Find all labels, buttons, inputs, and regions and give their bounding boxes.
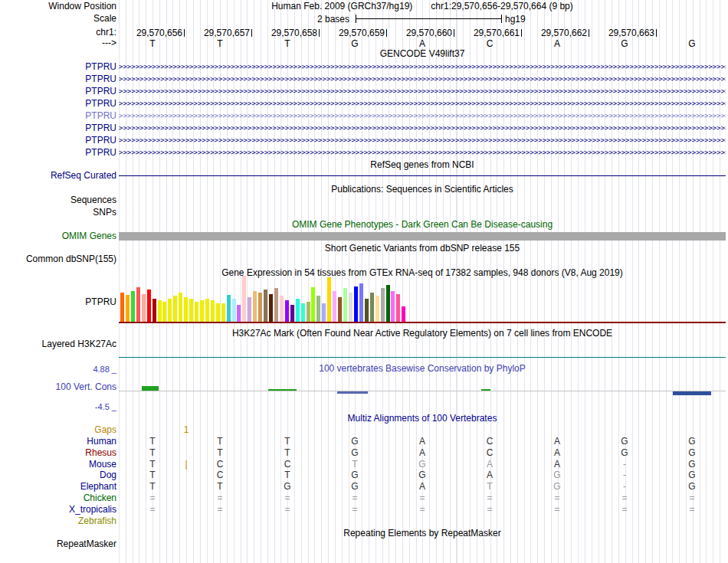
alignment-base: T bbox=[254, 437, 321, 447]
gene-label-ptpru[interactable]: PTPRU bbox=[85, 99, 116, 109]
alignment-base: T bbox=[456, 482, 523, 492]
gtex-tissue-bar bbox=[258, 293, 262, 322]
gene-model-row[interactable]: >>>>>>>>>>>>>>>>>>>>>>>>>>>>>>>>>>>>>>>>… bbox=[119, 111, 726, 120]
refseq-curated-label[interactable]: RefSeq Curated bbox=[51, 171, 116, 181]
gtex-tissue-bar bbox=[158, 300, 162, 322]
alignment-base: = bbox=[119, 505, 186, 515]
ruler-tick bbox=[386, 29, 387, 37]
omim-gene-bar[interactable] bbox=[119, 232, 726, 241]
gtex-tissue-bar bbox=[381, 288, 385, 322]
gtex-tissue-bar bbox=[322, 303, 326, 322]
gtex-tissue-bar bbox=[173, 296, 177, 322]
species-label-elephant[interactable]: Elephant bbox=[80, 482, 116, 492]
omim-genes-label[interactable]: OMIM Genes bbox=[62, 231, 116, 241]
gene-label-ptpru[interactable]: PTPRU bbox=[85, 111, 116, 121]
alignment-base: = bbox=[591, 493, 658, 503]
alignment-base: G bbox=[658, 448, 726, 458]
species-label-dog[interactable]: Dog bbox=[100, 470, 116, 480]
gtex-tissue-bar bbox=[184, 297, 188, 322]
multiz-title: Multiz Alignments of 100 Vertebrates bbox=[119, 414, 726, 424]
species-label-gaps[interactable]: Gaps bbox=[94, 425, 116, 435]
gtex-tissue-bar bbox=[349, 293, 353, 322]
sequences-label[interactable]: Sequences bbox=[71, 195, 116, 205]
alignment-base: G bbox=[389, 470, 456, 480]
gtex-tissue-bar bbox=[216, 303, 220, 322]
gtex-tissue-bar bbox=[195, 302, 198, 322]
alignment-base: G bbox=[321, 437, 389, 447]
gtex-tissue-bar bbox=[280, 296, 284, 322]
gene-model-row[interactable]: >>>>>>>>>>>>>>>>>>>>>>>>>>>>>>>>>>>>>>>>… bbox=[119, 123, 726, 133]
gene-label-ptpru[interactable]: PTPRU bbox=[85, 74, 116, 84]
gtex-tissue-bar bbox=[248, 297, 251, 322]
gtex-tissue-bar bbox=[307, 302, 310, 322]
alignment-base: A bbox=[456, 460, 523, 470]
scale-label: Scale bbox=[93, 14, 116, 24]
gtex-gene-label[interactable]: PTPRU bbox=[85, 297, 116, 307]
base-row[interactable]: TTTGACAGG bbox=[0, 38, 728, 49]
gene-model-row[interactable]: >>>>>>>>>>>>>>>>>>>>>>>>>>>>>>>>>>>>>>>>… bbox=[119, 87, 726, 96]
alignment-base: = bbox=[389, 505, 456, 515]
species-label-rhesus[interactable]: Rhesus bbox=[85, 448, 116, 458]
alignment-base: G bbox=[658, 482, 726, 492]
gtex-tissue-bar bbox=[242, 276, 246, 322]
vert-cons-label[interactable]: 100 Vert. Cons bbox=[56, 382, 116, 392]
ruler-tick bbox=[454, 29, 454, 37]
dbsnp-label[interactable]: Common dbSNP(155) bbox=[26, 254, 116, 264]
gene-label-ptpru[interactable]: PTPRU bbox=[85, 136, 116, 146]
alignment-base: A bbox=[389, 437, 456, 447]
gtex-tissue-bar bbox=[316, 296, 320, 322]
alignment-base: T bbox=[254, 470, 321, 480]
gtex-tissue-bar bbox=[396, 294, 400, 322]
gtex-tissue-bar bbox=[136, 287, 140, 322]
ruler-row[interactable]: 29,570,65629,570,65729,570,65829,570,659… bbox=[0, 28, 728, 38]
gene-label-ptpru[interactable]: PTPRU bbox=[85, 148, 116, 158]
gtex-tissue-bar bbox=[333, 291, 336, 322]
gtex-tissue-bar bbox=[253, 291, 257, 322]
gtex-tissue-bar bbox=[126, 295, 130, 322]
species-label-x_tropicalis[interactable]: X_tropicalis bbox=[69, 505, 116, 515]
gtex-tissue-bar bbox=[296, 299, 300, 322]
gene-model-row[interactable]: >>>>>>>>>>>>>>>>>>>>>>>>>>>>>>>>>>>>>>>>… bbox=[119, 74, 726, 83]
reference-base: T bbox=[186, 38, 254, 49]
gtex-tissue-bar bbox=[338, 297, 342, 322]
reference-base: T bbox=[254, 38, 321, 49]
species-label-zebrafish[interactable]: Zebrafish bbox=[78, 516, 116, 526]
reference-base: G bbox=[591, 38, 658, 49]
gtex-tissue-bar bbox=[365, 299, 369, 322]
h3k27ac-title: H3K27Ac Mark (Often Found Near Active Re… bbox=[119, 329, 726, 339]
snps-label[interactable]: SNPs bbox=[93, 208, 116, 218]
alignment-base: = bbox=[389, 493, 456, 503]
alignment-base: - bbox=[591, 470, 658, 480]
alignment-base: C bbox=[254, 460, 321, 470]
species-label-human[interactable]: Human bbox=[87, 437, 116, 447]
gene-model-row[interactable]: >>>>>>>>>>>>>>>>>>>>>>>>>>>>>>>>>>>>>>>>… bbox=[119, 62, 726, 71]
gtex-tissue-bar bbox=[168, 299, 172, 322]
species-label-mouse[interactable]: Mouse bbox=[89, 460, 116, 470]
reference-base: G bbox=[321, 38, 389, 49]
alignment-base: A bbox=[389, 448, 456, 458]
gtex-tissue-bar bbox=[152, 299, 156, 322]
alignment-base: C bbox=[456, 437, 523, 447]
gene-model-row[interactable]: >>>>>>>>>>>>>>>>>>>>>>>>>>>>>>>>>>>>>>>>… bbox=[119, 148, 726, 157]
h3k27ac-label[interactable]: Layered H3K27Ac bbox=[42, 339, 116, 349]
gtex-baseline bbox=[119, 322, 726, 323]
alignment-base: = bbox=[523, 505, 591, 515]
gtex-tissue-bar bbox=[359, 283, 363, 322]
ruler-coordinate: 29,570,660 bbox=[390, 28, 454, 38]
species-label-chicken[interactable]: Chicken bbox=[84, 493, 116, 503]
gene-model-row[interactable]: >>>>>>>>>>>>>>>>>>>>>>>>>>>>>>>>>>>>>>>>… bbox=[119, 136, 726, 145]
phylop-segment bbox=[142, 386, 159, 391]
gtex-tissue-bar bbox=[274, 288, 278, 322]
repeatmasker-label[interactable]: RepeatMasker bbox=[57, 539, 116, 549]
refseq-gene-line[interactable] bbox=[119, 175, 726, 176]
gene-label-ptpru[interactable]: PTPRU bbox=[85, 87, 116, 97]
gtex-barchart[interactable] bbox=[119, 274, 726, 322]
gene-label-ptpru[interactable]: PTPRU bbox=[85, 123, 116, 133]
ruler-coordinate: 29,570,661 bbox=[457, 28, 522, 38]
alignment-base: = bbox=[254, 493, 321, 503]
gene-model-row[interactable]: >>>>>>>>>>>>>>>>>>>>>>>>>>>>>>>>>>>>>>>>… bbox=[119, 99, 726, 108]
phylop-segment bbox=[268, 389, 297, 391]
alignment-base: A bbox=[389, 482, 456, 492]
gene-label-ptpru[interactable]: PTPRU bbox=[85, 62, 116, 72]
gtex-tissue-bar bbox=[131, 291, 135, 322]
